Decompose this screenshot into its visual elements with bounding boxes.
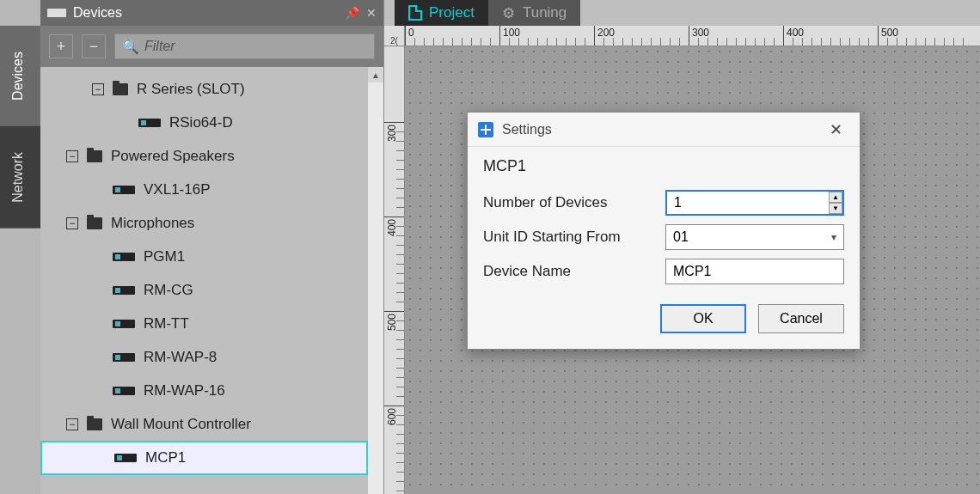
device-icon — [114, 454, 137, 462]
tree-item-label: Wall Mount Controller — [111, 416, 251, 433]
tab-project[interactable]: Project — [395, 0, 488, 26]
ok-button[interactable]: OK — [660, 304, 746, 333]
device-icon — [113, 387, 135, 395]
device-icon — [113, 253, 135, 261]
tree-device[interactable]: RM-WAP-16 — [40, 374, 368, 407]
tree-device[interactable]: RSio64-D — [40, 106, 368, 139]
device-name-input[interactable] — [665, 259, 844, 284]
tree-item-label: VXL1-16P — [144, 181, 211, 198]
devices-toolbar: + − 🔍 Filter — [40, 26, 383, 67]
design-canvas[interactable]: 2( 0100200300400500 300400500600 Setting… — [384, 26, 980, 494]
disclosure-icon[interactable]: − — [66, 418, 78, 430]
settings-dialog: Settings ✕ MCP1 Number of Devices ▲ ▼ — [467, 112, 861, 350]
tree-device[interactable]: RM-WAP-8 — [40, 340, 368, 374]
dialog-close-icon[interactable]: ✕ — [823, 117, 849, 143]
project-icon — [408, 5, 422, 21]
tree-item-label: RM-CG — [144, 282, 193, 299]
tree-item-label: RM-TT — [144, 315, 189, 332]
unit-id-select[interactable]: 01 ▾ — [665, 224, 844, 250]
tree-item-label: Powered Speakers — [111, 148, 235, 165]
disclosure-icon[interactable]: − — [66, 150, 78, 162]
dialog-heading: MCP1 — [483, 157, 844, 175]
tree-item-label: R Series (SLOT) — [137, 81, 245, 98]
device-icon — [113, 186, 135, 194]
filter-placeholder: Filter — [144, 39, 175, 54]
scrollbar-track[interactable] — [368, 82, 383, 494]
tree-folder[interactable]: −R Series (SLOT) — [40, 72, 368, 106]
app-icon — [478, 122, 493, 137]
device-icon — [113, 353, 135, 362]
ruler-corner: 2( — [384, 26, 405, 46]
tree-item-label: RSio64-D — [169, 114, 233, 131]
scroll-up-icon[interactable]: ▲ — [368, 67, 383, 82]
tab-project-label: Project — [429, 4, 475, 21]
disclosure-icon[interactable]: − — [66, 217, 78, 229]
pin-icon[interactable]: 📌 — [345, 6, 359, 20]
top-tab-bar: Project ⚙ Tuning — [384, 0, 980, 26]
dialog-title-text: Settings — [502, 122, 552, 137]
tree-folder[interactable]: −Wall Mount Controller — [40, 407, 368, 441]
dialog-titlebar: Settings ✕ — [468, 113, 860, 147]
tree-item-label: RM-WAP-16 — [144, 382, 225, 399]
close-icon[interactable]: ✕ — [366, 6, 377, 20]
tree-item-label: RM-WAP-8 — [144, 349, 217, 366]
folder-icon — [87, 150, 102, 162]
cancel-button[interactable]: Cancel — [758, 304, 844, 333]
folder-icon — [113, 83, 128, 95]
tab-tuning-label: Tuning — [523, 4, 567, 21]
tree-item-label: MCP1 — [145, 449, 186, 467]
disclosure-icon[interactable]: − — [92, 83, 104, 95]
tuning-icon: ⚙ — [502, 5, 516, 21]
devices-panel: Devices 📌 ✕ + − 🔍 Filter −R Series (SLOT… — [40, 0, 384, 494]
num-devices-input[interactable] — [665, 190, 844, 216]
unit-id-label: Unit ID Starting From — [483, 229, 655, 246]
device-icon — [113, 286, 135, 295]
devices-header-icon — [47, 9, 66, 17]
workspace: Project ⚙ Tuning 2( 0100200300400500 300… — [384, 0, 980, 494]
devices-panel-title: Devices — [73, 5, 338, 21]
scrollbar[interactable]: ▲ — [368, 67, 383, 494]
filter-input[interactable]: 🔍 Filter — [114, 34, 375, 59]
unit-id-value: 01 — [673, 229, 689, 245]
tree-device[interactable]: RM-TT — [40, 307, 368, 340]
tree-item-label: Microphones — [111, 215, 194, 232]
tab-tuning[interactable]: ⚙ Tuning — [488, 0, 580, 26]
device-icon — [138, 119, 161, 127]
device-tree: −R Series (SLOT)RSio64-D−Powered Speaker… — [40, 67, 368, 494]
tree-device[interactable]: VXL1-16P — [40, 173, 368, 206]
tree-item-label: PGM1 — [144, 248, 185, 265]
tree-device[interactable]: PGM1 — [40, 240, 368, 273]
chevron-down-icon: ▾ — [831, 231, 836, 243]
expand-all-button[interactable]: + — [49, 34, 73, 58]
tree-folder[interactable]: −Microphones — [40, 206, 368, 240]
side-tab-strip: Devices Network — [0, 0, 40, 494]
device-icon — [113, 320, 135, 328]
side-tab-network[interactable]: Network — [0, 126, 40, 229]
collapse-all-button[interactable]: − — [82, 34, 106, 58]
tree-folder[interactable]: −Powered Speakers — [40, 139, 368, 173]
tree-device[interactable]: RM-CG — [40, 273, 368, 307]
devices-panel-header: Devices 📌 ✕ — [40, 0, 383, 26]
ruler-horizontal: 0100200300400500 — [405, 26, 980, 46]
side-tab-devices[interactable]: Devices — [0, 26, 40, 126]
ruler-vertical: 300400500600 — [384, 46, 405, 494]
folder-icon — [87, 418, 102, 430]
spinner-down-icon[interactable]: ▼ — [829, 203, 842, 214]
folder-icon — [87, 217, 102, 229]
num-devices-label: Number of Devices — [483, 194, 655, 211]
tree-device[interactable]: MCP1 — [40, 441, 368, 475]
search-icon: 🔍 — [122, 39, 139, 55]
spinner-up-icon[interactable]: ▲ — [829, 192, 842, 203]
device-name-label: Device Name — [483, 263, 655, 280]
